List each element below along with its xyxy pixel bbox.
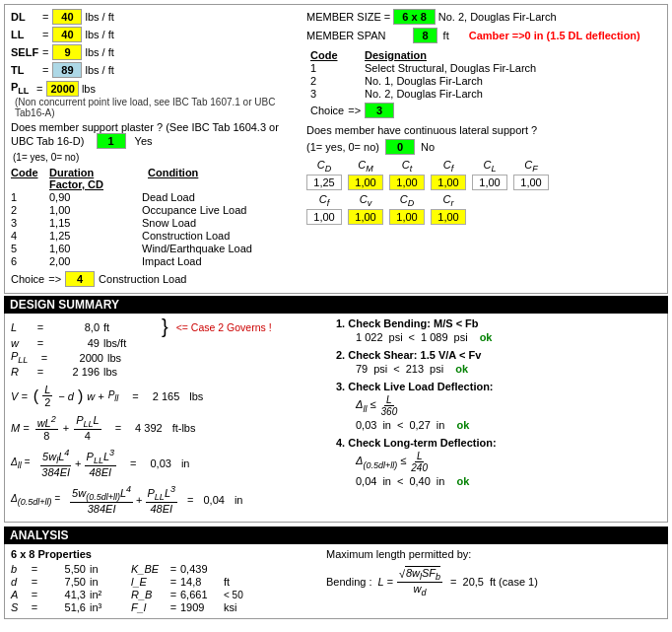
pll-input[interactable]: 2000: [46, 81, 78, 97]
delta-ll-result: 0,03: [150, 457, 170, 469]
R-unit: lbs: [103, 366, 148, 378]
bending-unit: ft (case 1): [490, 576, 538, 588]
top-choice-eq: =>: [348, 105, 361, 116]
check3-unit2: in: [437, 419, 445, 431]
check4-label: 4. Check Long-term Deflection:: [336, 437, 661, 449]
check1-ok: ok: [480, 331, 493, 343]
check3-lt: <: [397, 419, 403, 431]
m-result: 4 392: [135, 422, 163, 434]
v-result: 2 165: [153, 390, 180, 402]
member-size-desc: No. 2, Douglas Fir-Larch: [438, 11, 557, 23]
lateral-ans: No: [421, 141, 435, 153]
self-input[interactable]: 9: [52, 44, 82, 60]
top-choice-val[interactable]: 3: [365, 103, 394, 118]
member-span-val[interactable]: 8: [413, 28, 437, 43]
analysis-header: ANALYSIS: [4, 527, 668, 544]
check3-label: 3. Check Live Load Deflection:: [336, 381, 661, 392]
ll-eq: =: [42, 29, 48, 40]
condition-row: 1 0,90 Dead Load: [11, 191, 297, 203]
R-val: 2 196: [50, 366, 100, 378]
check3-ok: ok: [456, 419, 469, 431]
w-eq: =: [34, 337, 46, 349]
condition-row: 5 1,60 Wind/Earthquake Load: [11, 243, 297, 254]
member-span-label: MEMBER SPAN: [306, 30, 385, 41]
check1-label: 1. Check Bending: M/S < Fb: [336, 317, 661, 329]
check4-unit2: in: [437, 475, 445, 487]
pll-ds-eq: =: [38, 352, 50, 364]
check2-ok: ok: [455, 363, 468, 375]
condition-row: 3 1,15 Snow Load: [11, 217, 297, 229]
check2-val2: 213: [406, 363, 424, 375]
v-formula-label: V =: [11, 390, 28, 402]
check3-unit1: in: [382, 419, 391, 431]
member-size-label: MEMBER SIZE =: [306, 11, 390, 23]
analysis-prop-row: A = 41,3 in²R_B = 6,661 < 50: [11, 589, 316, 600]
w-label: w: [11, 337, 31, 349]
v-unit: lbs: [189, 390, 203, 402]
check4-lt: <: [397, 475, 403, 487]
R-label: R: [11, 366, 31, 378]
lateral-val[interactable]: 0: [385, 139, 415, 155]
choice-val[interactable]: 4: [65, 271, 95, 287]
condition-row: 2 1,00 Occupance Live Load: [11, 204, 297, 216]
code-header: Code: [310, 49, 345, 61]
factors-header-row2: CfCvCDCr: [306, 193, 661, 208]
L-label: L: [11, 321, 31, 333]
tl-input: 89: [52, 62, 82, 78]
check3-val2: 0,27: [409, 419, 430, 431]
condition-row: 6 2,00 Impact Load: [11, 255, 297, 267]
bending-label: Bending :: [326, 576, 371, 588]
cond-col-header: Condition: [148, 167, 198, 190]
check2-val1: 79: [356, 363, 368, 375]
check2-lt: <: [393, 363, 399, 375]
m-eq: =: [115, 422, 121, 434]
member-span-unit: ft: [443, 30, 449, 41]
L-val: 8,0: [50, 321, 100, 333]
delta-total-unit: in: [235, 494, 243, 506]
plaster-answer: Yes: [135, 135, 153, 147]
delta-total-eq: =: [187, 494, 193, 506]
dl-unit: lbs / ft: [85, 11, 113, 23]
check2-unit1: psi: [373, 363, 387, 375]
ll-unit: lbs / ft: [85, 29, 113, 40]
v-eq: =: [132, 390, 138, 402]
ll-label: LL: [11, 29, 38, 40]
condition-row: 4 1,25 Construction Load: [11, 230, 297, 242]
tl-label: TL: [11, 64, 38, 76]
pll-unit: lbs: [82, 83, 96, 95]
camber-note: Camber =>0 in (1.5 DL deflection): [469, 30, 640, 41]
code-desig-row: 2 No. 1, Douglas Fir-Larch: [310, 75, 661, 87]
design-summary-header: DESIGN SUMMARY: [4, 296, 668, 314]
plaster-val[interactable]: 1: [97, 133, 126, 149]
dl-input[interactable]: 40: [52, 9, 82, 25]
check4-val1: 0,04: [356, 475, 376, 487]
code-desig-row: 3 No. 2, Douglas Fir-Larch: [310, 88, 661, 100]
pll-eq: =: [36, 83, 42, 95]
check4-val2: 0,40: [409, 475, 430, 487]
w-val: 49: [50, 337, 100, 349]
check4-delta-expr: Δ(0.5dl+ll) ≤ L 240: [356, 451, 430, 473]
tl-unit: lbs / ft: [85, 64, 113, 76]
lateral-question: Does member have continuous lateral supp…: [306, 124, 537, 136]
delta-ll-unit: in: [181, 457, 190, 469]
delta-total-expr: 5w(0.5dl+ll)L4 384EI + PLLL3 48EI: [70, 484, 177, 515]
bending-formula-expr: L = √8wlSFb wd: [377, 566, 444, 597]
ll-input[interactable]: 40: [52, 27, 82, 42]
check1-unit1: psi: [389, 331, 403, 343]
member-size-val[interactable]: 6 x 8: [393, 9, 435, 25]
bending-eq: =: [450, 576, 456, 588]
case-note: <= Case 2 Governs !: [176, 321, 272, 333]
factors-values-row1: 1,251,001,001,001,001,00: [306, 175, 661, 190]
L-eq: =: [34, 321, 46, 333]
factors-values-row2: 1,001,001,001,00: [306, 209, 661, 225]
dl-label: DL: [11, 11, 38, 23]
analysis-prop-row: b = 5,50 inK_BE = 0,439: [11, 563, 316, 575]
v-formula-expr: ( L 2 − d ) w + Pll: [34, 384, 119, 408]
delta-total-formula: Δ(0.5dl+ll) =: [11, 493, 60, 507]
case-note-brace: }: [162, 316, 168, 336]
m-unit: ft-lbs: [172, 422, 196, 434]
pll-note: (Non concurrent point live load, see IBC…: [15, 97, 297, 118]
code-col-header: Code: [11, 167, 35, 190]
analysis-prop-row: d = 7,50 inl_E = 14,8ft: [11, 576, 316, 588]
check4-ok: ok: [456, 475, 469, 487]
